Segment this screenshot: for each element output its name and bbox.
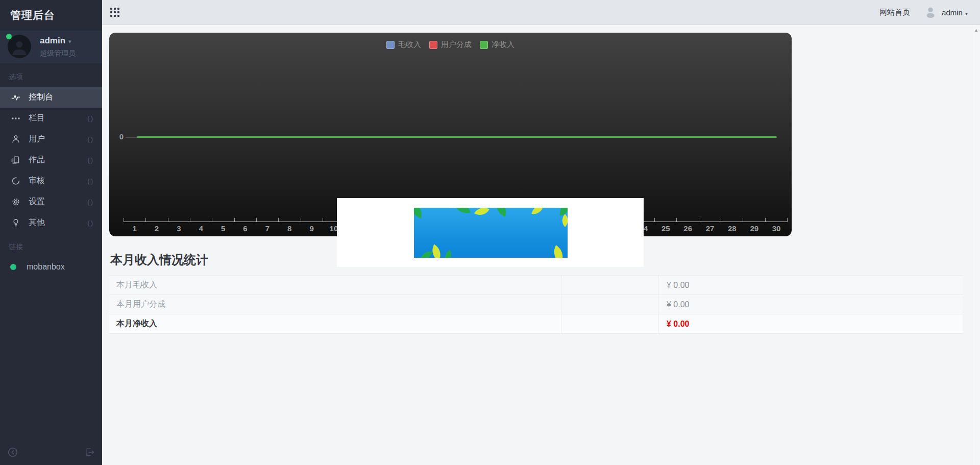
legend-item-gross[interactable]: 毛收入 [386, 40, 421, 50]
zero-gridline [126, 137, 137, 138]
banner-image [414, 208, 568, 258]
link-status-dot [10, 264, 16, 270]
net-income-series-line [137, 136, 777, 138]
logout-icon[interactable] [85, 447, 95, 457]
x-axis-label: 9 [301, 222, 323, 233]
sidebar-item-settings[interactable]: 设置 () [0, 191, 102, 212]
copy-pages-icon [10, 155, 21, 165]
x-axis-label: 30 [765, 222, 787, 233]
leaf-decoration [420, 250, 432, 258]
caret-down-icon: ▾ [965, 11, 968, 16]
x-axis-label: 5 [212, 222, 234, 233]
y-axis-zero-label: 0 [112, 132, 124, 141]
income-row-spacer [561, 276, 658, 295]
leaf-decoration [558, 214, 568, 227]
sidebar-item-users[interactable]: 用户 () [0, 129, 102, 150]
sidebar-user-role: 超级管理员 [40, 49, 76, 58]
loader-circle-icon [10, 176, 21, 186]
income-row-net: 本月净收入 ¥ 0.00 [109, 314, 963, 334]
x-axis-label: 28 [721, 222, 743, 233]
sidebar-link-mobanbox[interactable]: mobanbox [0, 257, 102, 277]
x-axis-label: 8 [279, 222, 301, 233]
sidebar-username[interactable]: admin▾ [40, 36, 71, 46]
gear-icon [10, 197, 21, 207]
legend-swatch-red [429, 41, 437, 49]
x-axis-tick [124, 218, 145, 222]
section-label-options: 选项 [0, 63, 102, 87]
x-axis-tick [168, 218, 190, 222]
x-axis-label: 27 [699, 222, 721, 233]
loading-dialog [337, 198, 644, 267]
x-axis-label: 29 [743, 222, 765, 233]
x-axis-tick [301, 218, 323, 222]
legend-swatch-green [480, 41, 488, 49]
legend-item-net[interactable]: 净收入 [480, 40, 514, 50]
x-axis-label: 7 [256, 222, 278, 233]
topbar: 网站首页 admin▾ [102, 0, 980, 25]
sidebar-menu: 控制台 栏目 () 用户 () 作品 () [0, 87, 102, 233]
sidebar-user-panel: admin▾ 超级管理员 [0, 31, 102, 63]
leaf-decoration [455, 208, 471, 216]
site-home-link[interactable]: 网站首页 [879, 8, 910, 17]
sidebar-item-columns[interactable]: 栏目 () [0, 108, 102, 129]
x-axis-tick [743, 218, 765, 222]
submenu-toggle-icon: () [87, 135, 94, 143]
lightbulb-icon [10, 218, 21, 228]
app-title: 管理后台 [0, 0, 102, 31]
topbar-user-menu[interactable]: admin▾ [942, 8, 968, 17]
income-table: 本月毛收入 ¥ 0.00 本月用户分成 ¥ 0.00 本月净收入 ¥ 0.00 [109, 275, 963, 334]
chart-legend: 毛收入 用户分成 净收入 [109, 40, 792, 50]
x-axis-tick [212, 218, 234, 222]
ellipsis-icon [10, 113, 21, 124]
leaf-decoration [414, 208, 425, 218]
sidebar-footer [0, 439, 102, 465]
x-axis-tick [654, 218, 676, 222]
income-row-spacer [561, 314, 658, 333]
x-axis-tick [190, 218, 212, 222]
x-axis-label: 25 [655, 222, 677, 233]
section-label-links: 链接 [0, 233, 102, 257]
vertical-scrollbar[interactable]: ▲ [972, 25, 980, 465]
income-section-title: 本月收入情况统计 [110, 252, 208, 268]
leaf-decoration [442, 250, 455, 258]
submenu-toggle-icon: () [87, 114, 94, 122]
income-row-value: ¥ 0.00 [658, 300, 963, 309]
sidebar-item-other[interactable]: 其他 () [0, 212, 102, 233]
submenu-toggle-icon: () [87, 156, 94, 164]
legend-swatch-blue [386, 41, 395, 49]
sidebar-item-dashboard[interactable]: 控制台 [0, 87, 102, 108]
x-axis-label: 3 [168, 222, 190, 233]
x-axis-tick [234, 218, 256, 222]
activity-chart-icon [10, 92, 21, 103]
legend-item-share[interactable]: 用户分成 [429, 40, 472, 50]
sidebar-item-works[interactable]: 作品 () [0, 150, 102, 170]
topbar-right: 网站首页 admin▾ [879, 5, 968, 19]
grid-menu-icon[interactable] [110, 8, 119, 17]
income-row-label: 本月毛收入 [109, 276, 561, 295]
income-row-label: 本月净收入 [109, 314, 561, 333]
leaf-decoration [549, 245, 568, 258]
caret-down-icon: ▾ [68, 38, 71, 44]
sidebar-item-audit[interactable]: 审核 () [0, 170, 102, 191]
x-axis-tick [676, 218, 698, 222]
leaf-decoration [493, 208, 509, 217]
income-row-spacer [561, 295, 658, 314]
x-axis-tick [699, 218, 721, 222]
user-avatar-icon [923, 5, 938, 19]
x-axis-label: 1 [124, 222, 145, 233]
online-status-dot [6, 34, 12, 39]
income-row-label: 本月用户分成 [109, 295, 561, 314]
main-content: 毛收入 用户分成 净收入 0 1234567891011121314151617… [102, 25, 980, 465]
x-axis-tick [278, 218, 300, 222]
income-row-share: 本月用户分成 ¥ 0.00 [109, 295, 963, 314]
user-silhouette-icon [10, 38, 29, 57]
collapse-sidebar-icon[interactable] [7, 447, 18, 458]
sidebar: 管理后台 admin▾ 超级管理员 选项 控制台 [0, 0, 102, 465]
leaf-decoration [558, 208, 568, 216]
scroll-up-arrow[interactable]: ▲ [972, 28, 980, 33]
income-row-gross: 本月毛收入 ¥ 0.00 [109, 276, 963, 295]
x-axis-tick [765, 218, 788, 222]
avatar[interactable] [8, 35, 31, 58]
leaf-decoration [474, 208, 489, 219]
user-icon [10, 134, 21, 144]
